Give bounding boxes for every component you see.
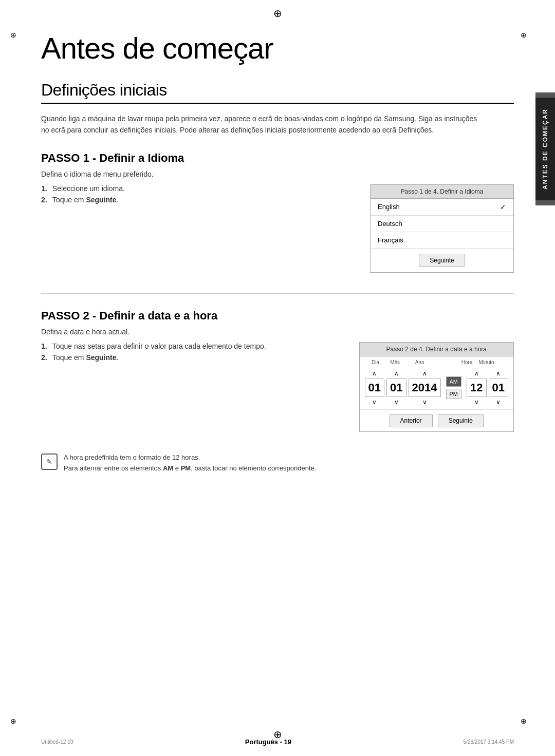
step1-item2-num: 2. bbox=[41, 196, 49, 204]
dt-col-minuto: ∧ 01 ∨ bbox=[489, 370, 508, 405]
footer-left: Untitled-12 19 bbox=[41, 739, 73, 745]
step1-dialog-footer: Seguinte bbox=[371, 248, 513, 272]
step1-item1-num: 1. bbox=[41, 184, 49, 193]
note-line2-plain: Para alternar entre os elementos bbox=[64, 464, 163, 472]
step2-seguinte-button[interactable]: Seguinte bbox=[438, 414, 484, 427]
footer-center: Português - 19 bbox=[73, 738, 463, 746]
language-label-english: English bbox=[378, 203, 400, 211]
step1-left: 1. Seleccione um idioma. 2. Toque em Seg… bbox=[41, 184, 355, 207]
note-icon: ✎ bbox=[41, 453, 58, 470]
dt-grid: ∧ 01 ∨ ∧ 01 ∨ ∧ 2014 ∨ bbox=[360, 366, 513, 409]
step2-list: 1. Toque nas setas para definir o valor … bbox=[41, 342, 344, 362]
dt-header-dia: Dia bbox=[366, 360, 385, 365]
pm-button[interactable]: PM bbox=[446, 389, 462, 399]
dt-mes-up-icon[interactable]: ∧ bbox=[394, 370, 399, 376]
note-line2-end: , basta tocar no elemento correspondente… bbox=[191, 464, 316, 472]
crosshair-left-top-icon: ⊕ bbox=[10, 31, 16, 39]
step2-item2-text: Toque em Seguinte. bbox=[52, 353, 118, 362]
side-tab-text: ANTES DE COMEÇAR bbox=[542, 101, 549, 197]
step1-dialog-header: Passo 1 de 4. Definir a Idioma bbox=[371, 185, 513, 199]
step1-item1-text: Seleccione um idioma. bbox=[52, 184, 125, 193]
note-line2: Para alternar entre os elementos AM e PM… bbox=[64, 463, 316, 474]
note-box: ✎ A hora predefinida tem o formato de 12… bbox=[41, 452, 432, 474]
dt-dia-up-icon[interactable]: ∧ bbox=[372, 370, 377, 376]
step2-list-item-1: 1. Toque nas setas para definir o valor … bbox=[41, 342, 344, 350]
crosshair-bottom-icon: ⊕ bbox=[273, 728, 282, 741]
dt-col-dia: ∧ 01 ∨ bbox=[365, 370, 384, 405]
dt-dia-down-icon[interactable]: ∨ bbox=[372, 399, 377, 405]
step1-right: Passo 1 de 4. Definir a Idioma English ✓… bbox=[370, 184, 514, 273]
step1-item2-plain: Toque em bbox=[52, 196, 86, 204]
note-text: A hora predefinida tem o formato de 12 h… bbox=[64, 452, 316, 474]
dt-hora-value: 12 bbox=[467, 379, 486, 397]
dt-col-ano: ∧ 2014 ∨ bbox=[409, 370, 441, 405]
step2-left: 1. Toque nas setas para definir o valor … bbox=[41, 342, 344, 365]
step2-right: Passo 2 de 4. Definir a data e a hora Di… bbox=[359, 342, 514, 432]
step2-item2-num: 2. bbox=[41, 353, 49, 362]
am-button[interactable]: AM bbox=[446, 376, 462, 387]
step1-seguinte-button[interactable]: Seguinte bbox=[419, 254, 465, 267]
step1-dialog: Passo 1 de 4. Definir a Idioma English ✓… bbox=[370, 184, 514, 273]
note-line2-bold1: AM bbox=[163, 464, 173, 472]
step2-item2-bold: Seguinte bbox=[86, 353, 116, 362]
side-tab: ANTES DE COMEÇAR bbox=[535, 92, 555, 205]
language-label-deutsch: Deutsch bbox=[378, 220, 402, 228]
dt-col-headers: Dia Mês Ano Hora Minuto bbox=[364, 360, 509, 365]
note-line1: A hora predefinida tem o formato de 12 h… bbox=[64, 452, 316, 463]
section-title: Definições iniciais bbox=[41, 81, 514, 104]
step1-item2-after: . bbox=[117, 196, 119, 204]
dt-col-mes: ∧ 01 ∨ bbox=[386, 370, 406, 405]
note-line2-mid: e bbox=[173, 464, 180, 472]
step2-description: Defina a data e hora actual. bbox=[41, 328, 514, 336]
page-container: ⊕ ⊕ ⊕ ⊕ ⊕ ANTES DE COMEÇAR Antes de come… bbox=[0, 0, 555, 756]
dt-ano-down-icon[interactable]: ∨ bbox=[422, 399, 427, 405]
am-pm-col: AM PM bbox=[446, 376, 462, 399]
language-label-francais: Français bbox=[378, 236, 403, 244]
step2-item2-plain: Toque em bbox=[52, 353, 86, 362]
side-tab-highlight: ANTES DE COMEÇAR bbox=[535, 98, 555, 200]
dt-hora-down-icon[interactable]: ∨ bbox=[474, 399, 479, 405]
dt-labels-row: Dia Mês Ano Hora Minuto bbox=[360, 356, 513, 365]
crosshair-right-bottom-icon: ⊕ bbox=[521, 717, 527, 725]
step1-list-item-1: 1. Seleccione um idioma. bbox=[41, 184, 355, 193]
crosshair-left-bottom-icon: ⊕ bbox=[10, 717, 16, 725]
intro-text: Quando liga a máquina de lavar roupa pel… bbox=[41, 113, 483, 136]
step2-item2-after: . bbox=[117, 353, 119, 362]
step2-anterior-button[interactable]: Anterior bbox=[390, 414, 433, 427]
dt-ano-value: 2014 bbox=[409, 379, 441, 397]
step2-dialog-header: Passo 2 de 4. Definir a data e a hora bbox=[360, 343, 513, 356]
dt-minuto-value: 01 bbox=[489, 379, 508, 397]
dt-minuto-up-icon[interactable]: ∧ bbox=[496, 370, 501, 376]
dt-header-mes: Mês bbox=[385, 360, 405, 365]
step1-item2-text: Toque em Seguinte. bbox=[52, 196, 118, 204]
language-item-deutsch[interactable]: Deutsch bbox=[371, 216, 513, 232]
dt-ano-up-icon[interactable]: ∧ bbox=[422, 370, 427, 376]
step1-description: Defina o idioma de menu preferido. bbox=[41, 170, 514, 178]
step2-item1-num: 1. bbox=[41, 342, 49, 350]
step2-content: 1. Toque nas setas para definir o valor … bbox=[41, 342, 514, 432]
footer-right: 5/26/2017 3:14:45 PM bbox=[464, 739, 514, 745]
language-item-english[interactable]: English ✓ bbox=[371, 199, 513, 216]
dt-hora-up-icon[interactable]: ∧ bbox=[474, 370, 479, 376]
step1-list: 1. Seleccione um idioma. 2. Toque em Seg… bbox=[41, 184, 355, 204]
dt-header-hora: Hora bbox=[457, 360, 477, 365]
step2-list-item-2: 2. Toque em Seguinte. bbox=[41, 353, 344, 362]
divider bbox=[41, 293, 514, 294]
step2-item1-text: Toque nas setas para definir o valor par… bbox=[52, 342, 266, 350]
step1-list-item-2: 2. Toque em Seguinte. bbox=[41, 196, 355, 204]
checkmark-icon: ✓ bbox=[500, 203, 506, 211]
step2-heading: PASSO 2 - Definir a data e a hora bbox=[41, 309, 514, 323]
step2-dialog: Passo 2 de 4. Definir a data e a hora Di… bbox=[359, 342, 514, 432]
language-item-francais[interactable]: Français bbox=[371, 232, 513, 248]
dt-header-ano: Ano bbox=[405, 360, 435, 365]
dt-minuto-down-icon[interactable]: ∨ bbox=[496, 399, 501, 405]
step1-dialog-body: English ✓ Deutsch Français bbox=[371, 199, 513, 248]
dt-mes-value: 01 bbox=[386, 379, 406, 397]
step1-item2-bold: Seguinte bbox=[86, 196, 116, 204]
main-title: Antes de começar bbox=[41, 31, 514, 65]
step2-dialog-footer: Anterior Seguinte bbox=[360, 409, 513, 431]
dt-dia-value: 01 bbox=[365, 379, 384, 397]
crosshair-right-top-icon: ⊕ bbox=[521, 31, 527, 39]
step1-content: 1. Seleccione um idioma. 2. Toque em Seg… bbox=[41, 184, 514, 273]
dt-mes-down-icon[interactable]: ∨ bbox=[394, 399, 399, 405]
